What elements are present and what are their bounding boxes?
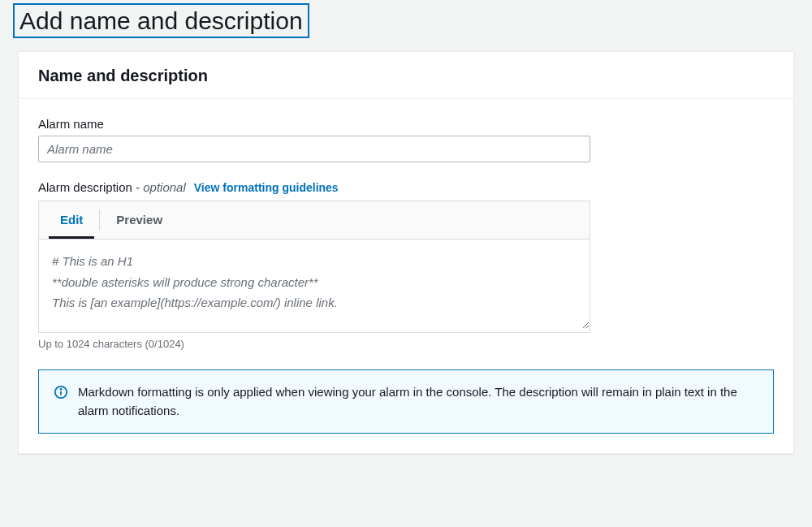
- description-editor: Edit Preview: [38, 201, 590, 333]
- description-helper-text: Up to 1024 characters (0/1024): [38, 338, 774, 350]
- name-description-panel: Name and description Alarm name Alarm de…: [18, 51, 794, 454]
- alarm-name-field-group: Alarm name: [38, 117, 774, 162]
- svg-point-2: [60, 389, 61, 390]
- page-title: Add name and description: [13, 3, 309, 38]
- info-text: Markdown formatting is only applied when…: [78, 383, 758, 420]
- editor-tabs: Edit Preview: [39, 201, 590, 240]
- alarm-description-label: Alarm description - optional: [38, 180, 186, 194]
- panel-header: Name and description: [19, 52, 793, 99]
- view-formatting-guidelines-link[interactable]: View formatting guidelines: [194, 181, 339, 194]
- info-icon: [54, 385, 68, 403]
- tab-divider: [99, 210, 100, 231]
- markdown-info-box: Markdown formatting is only applied when…: [38, 369, 774, 434]
- panel-body: Alarm name Alarm description - optional …: [19, 99, 793, 453]
- alarm-description-textarea[interactable]: [39, 240, 590, 329]
- alarm-name-label: Alarm name: [38, 117, 774, 131]
- tab-edit[interactable]: Edit: [49, 201, 94, 239]
- alarm-name-input[interactable]: [38, 136, 590, 162]
- tab-preview[interactable]: Preview: [105, 201, 174, 239]
- panel-heading: Name and description: [38, 67, 774, 85]
- alarm-description-field-group: Alarm description - optional View format…: [38, 180, 774, 350]
- alarm-description-label-row: Alarm description - optional View format…: [38, 180, 774, 194]
- optional-suffix: - optional: [136, 180, 186, 194]
- alarm-description-label-text: Alarm description: [38, 180, 132, 194]
